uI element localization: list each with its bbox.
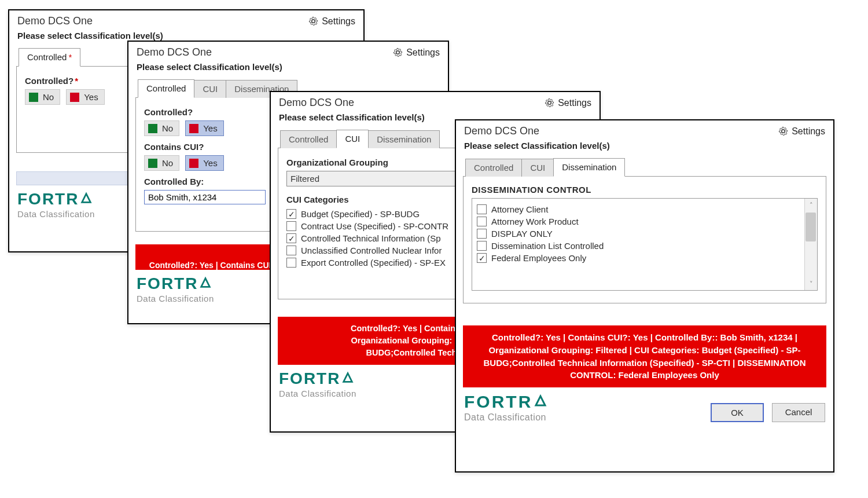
ok-button[interactable]: OK (711, 403, 764, 422)
panel-dissemination: DISSEMINATION CONTROL Attorney ClientAtt… (463, 176, 826, 303)
gear-icon (545, 98, 554, 108)
cui-category-label: Contract Use (Specified) - SP-CONTR (301, 221, 448, 231)
app-title: Demo DCS One (464, 125, 539, 137)
controlled-yes-button[interactable]: Yes (185, 120, 223, 136)
green-square-icon (29, 93, 38, 102)
dissemination-label: Attorney Work Product (491, 217, 579, 226)
app-title: Demo DCS One (17, 15, 93, 27)
tab-dissemination[interactable]: Dissemination (553, 158, 625, 177)
checkbox-icon[interactable] (477, 229, 487, 239)
cui-category-label: Controlled Technical Information (Sp (301, 233, 441, 243)
checkbox-icon[interactable] (477, 253, 487, 263)
green-square-icon (148, 159, 157, 168)
controlled-by-input[interactable] (144, 190, 266, 204)
controlled-no-button[interactable]: No (25, 89, 60, 105)
red-square-icon (189, 159, 198, 168)
scroll-thumb[interactable] (806, 213, 816, 241)
tab-cui[interactable]: CUI (194, 80, 226, 98)
settings-link[interactable]: Settings (393, 47, 440, 58)
dissemination-item[interactable]: Dissemination List Controlled (477, 240, 801, 252)
cui-yes-button[interactable]: Yes (185, 155, 223, 171)
checkbox-icon[interactable] (286, 233, 296, 243)
controlled-question-label: Controlled? (25, 76, 73, 86)
cui-category-label: Export Controlled (Specified) - SP-EX (301, 258, 446, 268)
dissemination-item[interactable]: Attorney Work Product (477, 215, 801, 228)
tab-controlled[interactable]: Controlled (280, 130, 337, 148)
dissemination-label: Federal Employees Only (491, 253, 586, 263)
cui-category-label: Budget (Specified) - SP-BUDG (301, 209, 420, 219)
dissemination-item[interactable]: DISPLAY ONLY (477, 228, 801, 240)
app-title: Demo DCS One (279, 97, 354, 109)
checkbox-icon[interactable] (286, 246, 296, 255)
settings-label: Settings (406, 47, 440, 58)
app-title: Demo DCS One (137, 46, 212, 58)
fortra-logo: FORTR Data Classification (279, 371, 356, 398)
settings-label: Settings (792, 126, 825, 137)
gear-icon (778, 126, 788, 136)
checkbox-icon[interactable] (286, 258, 296, 268)
dialog-step-4: Demo DCS One Settings Please select Clas… (455, 119, 834, 473)
dissemination-list: Attorney ClientAttorney Work ProductDISP… (472, 198, 818, 291)
tab-cui[interactable]: CUI (336, 130, 369, 148)
red-square-icon (70, 93, 79, 102)
settings-link[interactable]: Settings (545, 98, 591, 108)
controlled-no-button[interactable]: No (144, 120, 179, 136)
tab-dissemination[interactable]: Dissemination (368, 130, 440, 148)
red-square-icon (189, 124, 198, 133)
tab-cui[interactable]: CUI (521, 159, 554, 177)
classification-prompt: Please select Classification level(s) (128, 62, 448, 76)
summary-banner: Controlled?: Yes | Contains CUI?: Yes | … (463, 325, 826, 387)
tab-controlled[interactable]: Controlled (465, 159, 522, 177)
summary-bar (16, 171, 132, 185)
checkbox-icon[interactable] (477, 241, 487, 251)
fortra-logo: FORTR Data Classification (137, 276, 214, 303)
green-square-icon (148, 124, 157, 133)
classification-prompt: Please select Classification level(s) (456, 141, 833, 155)
required-asterisk: * (75, 76, 78, 86)
cui-category-label: Unclassified Controlled Nuclear Infor (301, 246, 442, 255)
cui-no-button[interactable]: No (144, 155, 179, 171)
tab-controlled[interactable]: Controlled (138, 79, 194, 98)
dissemination-control-title: DISSEMINATION CONTROL (472, 185, 818, 195)
scroll-up-icon[interactable]: ˄ (805, 199, 817, 211)
settings-link[interactable]: Settings (308, 16, 355, 27)
scroll-down-icon[interactable]: ˅ (805, 277, 817, 290)
fortra-logo: FORTR Data Classification (17, 191, 95, 218)
tab-controlled[interactable]: Controlled* (19, 48, 80, 67)
dissemination-item[interactable]: Federal Employees Only (477, 252, 801, 264)
dissemination-item[interactable]: Attorney Client (477, 203, 801, 215)
controlled-yes-button[interactable]: Yes (66, 89, 104, 105)
settings-link[interactable]: Settings (778, 126, 825, 137)
required-asterisk: * (68, 52, 72, 62)
cancel-button[interactable]: Cancel (772, 403, 825, 422)
dissemination-label: DISPLAY ONLY (491, 229, 553, 239)
dissemination-label: Dissemination List Controlled (491, 241, 604, 251)
checkbox-icon[interactable] (477, 204, 487, 214)
checkbox-icon[interactable] (286, 221, 296, 231)
gear-icon (393, 47, 403, 57)
settings-label: Settings (322, 16, 355, 27)
checkbox-icon[interactable] (286, 209, 296, 219)
scrollbar[interactable]: ˄ ˅ (804, 199, 817, 290)
gear-icon (308, 16, 318, 26)
fortra-logo: FORTR Data Classification (464, 393, 547, 422)
dissemination-label: Attorney Client (491, 204, 548, 214)
checkbox-icon[interactable] (477, 217, 487, 226)
settings-label: Settings (558, 98, 591, 108)
